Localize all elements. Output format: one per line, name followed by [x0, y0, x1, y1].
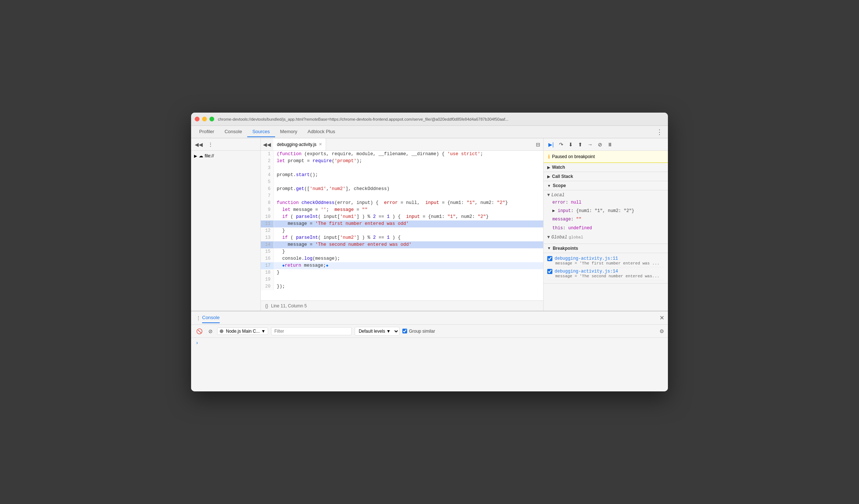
input-arrow-icon[interactable]: ▶	[552, 208, 555, 213]
val-this: undefined	[568, 226, 592, 231]
line-number: 13	[261, 234, 274, 241]
group-similar-label: Group similar	[409, 329, 435, 334]
group-similar-checkbox[interactable]	[402, 329, 407, 333]
console-panel: ⋮ Console ✕ 🚫 ⊘ Node.js Main C... ▼ Defa…	[191, 311, 668, 391]
line-number: 19	[261, 276, 274, 283]
console-tab-label[interactable]: Console	[202, 313, 220, 323]
deactivate-breakpoints-button[interactable]: ⊘	[596, 140, 604, 149]
line-code	[274, 193, 543, 200]
code-line-20: 20 });	[261, 283, 543, 290]
editor-nav-back-button[interactable]: ◀◀	[261, 138, 273, 150]
code-line-16: 16 console.log(message);	[261, 255, 543, 262]
line-number: 17	[261, 262, 274, 269]
console-content[interactable]: ›	[191, 338, 668, 391]
watch-section-header[interactable]: ▶ Watch	[544, 163, 668, 172]
close-button[interactable]	[195, 117, 200, 121]
line-code: }	[274, 248, 543, 255]
tab-adblock[interactable]: Adblock Plus	[303, 127, 340, 137]
scope-section-header[interactable]: ▼ Scope	[544, 181, 668, 190]
line-column-status: Line 11, Column 5	[271, 303, 307, 308]
watch-label: Watch	[552, 165, 565, 170]
line-number: 4	[261, 172, 274, 179]
breakpoint-item-2: debugging-activity.js:14 message = 'The …	[547, 267, 664, 280]
tab-memory[interactable]: Memory	[275, 127, 303, 137]
debug-toolbar: ▶| ↷ ⬇ ⬆ → ⊘ ⏸	[544, 138, 668, 151]
more-tabs-button[interactable]: ⋮	[654, 128, 665, 136]
scope-arrow-icon: ▼	[547, 184, 551, 188]
breakpoints-section-header[interactable]: ▼ Breakpoints	[544, 244, 668, 253]
call-stack-label: Call Stack	[552, 174, 573, 179]
console-filter-toggle-button[interactable]: ⊘	[207, 328, 214, 335]
node-context-label: Node.js Main C...	[226, 329, 260, 334]
node-context-dropdown-icon: ▼	[261, 329, 266, 334]
step-into-button[interactable]: ⬇	[567, 140, 575, 149]
line-number: 5	[261, 179, 274, 186]
line-code: (function (exports, require, module, __f…	[274, 151, 543, 158]
code-line-9: 9 let message = ''; message = ""	[261, 207, 543, 213]
line-number: 18	[261, 269, 274, 276]
console-filter-input[interactable]	[271, 327, 352, 335]
tab-console[interactable]: Console	[219, 127, 247, 137]
code-line-2: 2 let prompt = require('prompt');	[261, 158, 543, 165]
console-close-button[interactable]: ✕	[659, 314, 664, 321]
tab-sources[interactable]: Sources	[247, 127, 275, 137]
code-line-8: 8 function checkOddness(error, input) { …	[261, 200, 543, 207]
code-line-10: 10 if ( parseInt( input['num1'] ) % 2 ==…	[261, 213, 543, 220]
clear-console-button[interactable]: 🚫	[195, 328, 204, 335]
line-code: prompt.get(['num1','num2'], checkOddness…	[274, 186, 543, 193]
scope-item-input: ▶ input: {num1: "1", num2: "2"}	[547, 207, 664, 215]
code-line-12: 12 }	[261, 227, 543, 234]
tab-profiler[interactable]: Profiler	[194, 127, 219, 137]
node-context-selector[interactable]: Node.js Main C... ▼	[217, 328, 268, 335]
line-code: }	[274, 269, 543, 276]
step-out-button[interactable]: ⬆	[576, 140, 584, 149]
breakpoint-checkbox-2[interactable]	[547, 269, 552, 274]
console-settings-button[interactable]: ⚙	[659, 328, 664, 334]
console-more-button[interactable]: ⋮	[195, 315, 202, 321]
scope-item-this: this: undefined	[547, 224, 664, 233]
step-over-button[interactable]: ↷	[557, 140, 565, 149]
line-number: 16	[261, 255, 274, 262]
scope-content: ▼ Local error: null ▶ input: {num1: "1",…	[544, 190, 668, 244]
pause-on-exceptions-button[interactable]: ⏸	[606, 140, 614, 149]
call-stack-section-header[interactable]: ▶ Call Stack	[544, 172, 668, 181]
info-icon: ℹ	[548, 154, 550, 160]
line-number: 3	[261, 165, 274, 172]
editor-tab-right-btn[interactable]: ⊟	[533, 138, 543, 150]
paused-banner: ℹ Paused on breakpoint	[544, 151, 668, 163]
editor-tab-close-button[interactable]: ✕	[319, 142, 322, 147]
breakpoints-arrow-icon: ▼	[547, 246, 551, 250]
file-tree-label: file://	[205, 153, 214, 158]
line-code: message = 'The second number entered was…	[274, 241, 543, 248]
code-line-13: 13 if ( parseInt( input['num2'] ) % 2 ==…	[261, 234, 543, 241]
step-button[interactable]: →	[586, 140, 595, 149]
line-code	[274, 276, 543, 283]
debug-panel: ▶| ↷ ⬇ ⬆ → ⊘ ⏸ ℹ Paused on breakpoint ▶ …	[543, 138, 668, 311]
maximize-button[interactable]	[209, 117, 214, 121]
file-tree-item[interactable]: ▶ ☁ file://	[191, 152, 260, 160]
val-message: ""	[576, 217, 581, 222]
global-section-title[interactable]: ▼ Global global	[547, 234, 664, 241]
editor-tab-debugging-activity[interactable]: debugging-activity.js ✕	[273, 138, 326, 150]
file-panel-toolbar: ◀◀ ⋮	[191, 138, 260, 151]
collapse-sidebar-button[interactable]: ◀◀	[193, 141, 204, 148]
line-code: });	[274, 283, 543, 290]
local-arrow-icon: ▼	[547, 193, 550, 198]
group-similar-container: Group similar	[402, 329, 435, 334]
editor-tabs: ◀◀ debugging-activity.js ✕ ⊟	[261, 138, 543, 151]
editor-content[interactable]: 1 (function (exports, require, module, _…	[261, 151, 543, 300]
local-section-title[interactable]: ▼ Local	[547, 192, 664, 198]
line-number: 1	[261, 151, 274, 158]
scope-item-error: error: null	[547, 198, 664, 207]
url-bar: chrome-devtools://devtools/bundled/js_ap…	[218, 117, 664, 121]
line-code: ◆return message;◆	[274, 262, 543, 269]
breakpoint-checkbox-1[interactable]	[547, 256, 552, 261]
more-options-button[interactable]: ⋮	[206, 141, 215, 148]
log-level-select[interactable]: Default levels ▼	[355, 327, 399, 336]
val-input: {num1: "1", num2: "2"}	[576, 208, 634, 213]
line-number: 12	[261, 227, 274, 234]
minimize-button[interactable]	[202, 117, 207, 121]
line-code: console.log(message);	[274, 255, 543, 262]
resume-button[interactable]: ▶|	[547, 140, 556, 149]
console-header: ⋮ Console ✕	[191, 311, 668, 325]
